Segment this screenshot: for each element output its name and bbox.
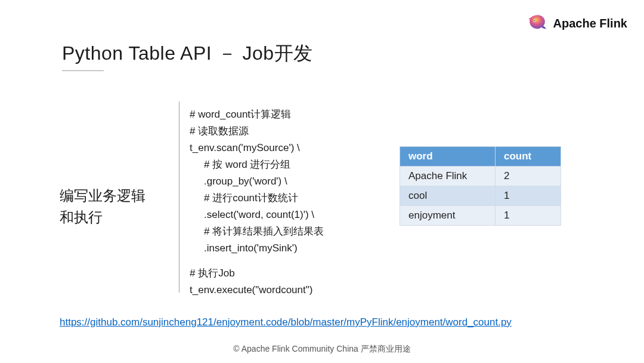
title-underline	[62, 70, 104, 71]
svg-point-1	[534, 20, 535, 21]
cell-count: 2	[496, 167, 561, 186]
code-line: # word_count计算逻辑	[190, 106, 324, 123]
code-line: # 进行count计数统计	[190, 190, 324, 207]
cell-word: enjoyment	[400, 206, 496, 226]
code-block: # word_count计算逻辑 # 读取数据源 t_env.scan('myS…	[190, 106, 324, 299]
code-line: .group_by('word') \	[190, 173, 324, 190]
subtitle-line-2: 和执行	[60, 207, 145, 228]
brand: Apache Flink	[527, 13, 627, 33]
code-line: # 将计算结果插入到结果表	[190, 223, 324, 240]
table-header-count: count	[496, 147, 561, 167]
code-line: # 执行Job	[190, 265, 324, 282]
result-table: word count Apache Flink 2 cool 1 enjoyme…	[400, 146, 561, 226]
slide: Apache Flink Python Table API － Job开发 编写…	[0, 0, 644, 363]
reference-link[interactable]: https://github.com/sunjincheng121/enjoym…	[60, 316, 512, 328]
code-line: t_env.scan('mySource') \	[190, 140, 324, 156]
code-line: .insert_into('mySink')	[190, 240, 324, 257]
brand-name: Apache Flink	[553, 17, 627, 30]
page-title: Python Table API － Job开发	[62, 41, 313, 67]
vertical-divider	[179, 101, 179, 293]
table-header-word: word	[400, 147, 496, 167]
reference-link-row: https://github.com/sunjincheng121/enjoym…	[60, 316, 620, 328]
code-line: # 按 word 进行分组	[190, 156, 324, 173]
table-row: cool 1	[400, 186, 561, 206]
section-subtitle: 编写业务逻辑 和执行	[60, 185, 145, 228]
cell-count: 1	[496, 186, 561, 206]
table-header-row: word count	[400, 147, 561, 167]
subtitle-line-1: 编写业务逻辑	[60, 185, 145, 207]
code-line: .select('word, count(1)') \	[190, 207, 324, 223]
table-row: enjoyment 1	[400, 206, 561, 226]
code-line: t_env.execute("wordcount")	[190, 282, 324, 299]
cell-word: Apache Flink	[400, 167, 496, 186]
flink-logo-icon	[527, 13, 547, 33]
code-blank	[190, 257, 324, 265]
cell-count: 1	[496, 206, 561, 226]
cell-word: cool	[400, 186, 496, 206]
code-line: # 读取数据源	[190, 123, 324, 140]
table-row: Apache Flink 2	[400, 167, 561, 186]
footer-copyright: © Apache Flink Community China 严禁商业用途	[0, 344, 644, 355]
